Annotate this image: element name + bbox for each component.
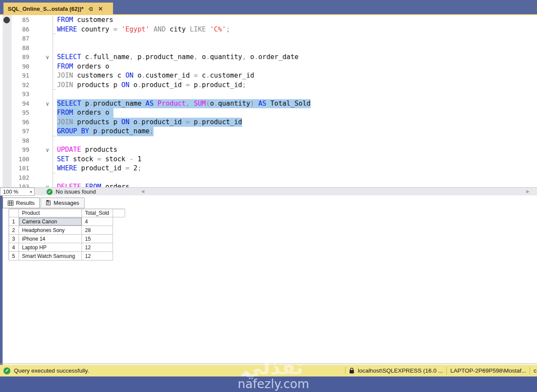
code-text: SET stock = stock - 1 [57,155,141,164]
code-line[interactable]: 88 [12,44,537,53]
collapse-margin [33,16,57,25]
grid-header-filler [113,209,125,217]
product-cell[interactable]: Camera Canon [19,217,82,226]
line-number: 92 [12,81,33,90]
scroll-right-arrow[interactable]: ▶ [526,189,530,194]
line-number: 98 [12,136,33,146]
ssms-window: SQL_Online_S...ostafa (62))* ✕ 85FROM cu… [0,0,537,392]
code-text: JOIN products p ON o.product_id = p.prod… [57,118,242,127]
close-icon[interactable]: ✕ [98,6,103,12]
row-number-cell[interactable]: 3 [9,235,19,243]
total-sold-cell[interactable]: 28 [82,226,113,235]
line-number: 91 [12,71,33,81]
collapse-chevron-icon[interactable]: ∨ [33,145,57,155]
row-number-cell[interactable]: 5 [9,252,19,260]
collapse-chevron-icon[interactable]: ∨ [33,53,57,62]
code-text: WHERE country = 'Egypt' AND city LIKE 'C… [57,25,230,34]
product-cell[interactable]: Headphones Sony [19,226,82,235]
line-number: 89 [12,53,33,62]
collapse-margin [33,90,57,99]
code-text: FROM orders o [57,108,113,118]
code-editor[interactable]: 85FROM customers86WHERE country = 'Egypt… [0,15,537,187]
total-sold-cell[interactable]: 15 [82,235,113,243]
tab-messages[interactable]: Messages [41,198,84,208]
line-number: 95 [12,108,33,118]
code-line[interactable]: 100SET stock = stock - 1 [12,155,537,164]
grid-header-rownum [9,209,19,217]
collapse-margin [33,44,57,53]
code-text: WHERE product_id = 2; [57,164,141,173]
total-sold-cell[interactable]: 4 [82,217,113,226]
line-number: 94 [12,99,33,109]
code-line[interactable]: 103∨DELETE FROM orders [12,182,537,187]
grid-icon [8,201,13,206]
collapse-margin [33,164,57,173]
row-number-cell[interactable]: 1 [9,217,19,226]
grid-header-total-sold[interactable]: Total_Sold [82,209,113,217]
zoom-level-select[interactable]: 100 % ▾ [0,188,35,196]
collapse-margin [33,108,57,118]
line-number: 101 [12,164,33,173]
status-server[interactable]: localhost\SQLEXPRESS (16.0 ... [358,367,443,374]
scroll-left-arrow[interactable]: ◀ [141,189,144,194]
watermark-arabic: نفذلي [234,354,312,380]
code-line[interactable]: 101WHERE product_id = 2; [12,164,537,173]
code-line[interactable]: 96JOIN products p ON o.product_id = p.pr… [12,118,537,127]
document-tab[interactable]: SQL_Online_S...ostafa (62))* ✕ [3,3,113,15]
results-tab-bar: Results Messages [3,198,85,208]
collapse-margin [33,173,57,183]
product-cell[interactable]: Smart Watch Samsung [19,252,82,260]
code-line[interactable]: 94∨SELECT p.product_name AS Product, SUM… [12,99,537,109]
product-cell[interactable]: Laptop HP [19,243,82,252]
total-sold-cell[interactable]: 12 [82,243,113,252]
editor-scroll-row: 100 % ▾ ✓ No issues found ◀ ▶ [0,187,537,195]
product-cell[interactable]: iPhone 14 [19,235,82,243]
code-line[interactable]: 99∨UPDATE products [12,145,537,155]
row-number-cell[interactable]: 4 [9,243,19,252]
grid-header-row: ProductTotal_Sold [9,209,125,217]
status-message-area: ✓ Query executed successfully. [0,367,89,374]
row-number-cell[interactable]: 2 [9,226,19,235]
line-number: 87 [12,34,33,44]
status-database[interactable]: c [534,367,537,374]
code-line[interactable]: 86WHERE country = 'Egypt' AND city LIKE … [12,25,537,34]
code-line[interactable]: 90FROM orders o [12,62,537,72]
collapse-chevron-icon[interactable]: ∨ [33,99,57,109]
code-text: GROUP BY p.product_name; [57,127,154,136]
tab-messages-label: Messages [53,200,79,206]
status-separator [530,367,530,374]
code-line[interactable]: 98 [12,136,537,146]
status-separator [446,367,447,374]
code-line[interactable]: 102 [12,173,537,183]
line-number: 88 [12,44,33,53]
results-grid: ProductTotal_Sold1Camera Canon42Headphon… [9,209,125,260]
breakpoint-icon[interactable] [3,17,10,23]
code-line[interactable]: 97GROUP BY p.product_name; [12,127,537,136]
document-tab-bar: SQL_Online_S...ostafa (62))* ✕ [0,0,537,15]
code-line[interactable]: 85FROM customers [12,16,537,25]
line-number: 90 [12,62,33,72]
code-line[interactable]: 95FROM orders o [12,108,537,118]
code-line[interactable]: 87 [12,34,537,44]
breakpoint-margin[interactable] [3,15,12,187]
table-row: 2Headphones Sony28 [9,226,125,235]
tab-results[interactable]: Results [3,198,40,208]
code-line[interactable]: 91JOIN customers c ON o.customer_id = c.… [12,71,537,81]
table-row: 5Smart Watch Samsung12 [9,252,125,260]
messages-icon [46,200,51,206]
pin-icon[interactable] [88,6,93,12]
code-line[interactable]: 93 [12,90,537,99]
code-text: SELECT c.full_name, p.product_name, o.qu… [57,53,298,62]
document-tab-title: SQL_Online_S...ostafa (62))* [8,6,84,12]
collapse-chevron-icon[interactable]: ∨ [33,182,57,187]
status-user[interactable]: LAPTOP-2P69P598\Mostaf... [450,367,526,374]
code-line[interactable]: 92JOIN products p ON o.product_id = p.pr… [12,81,537,90]
line-number: 96 [12,118,33,127]
total-sold-cell[interactable]: 12 [82,252,113,260]
code-line[interactable]: 89∨SELECT c.full_name, p.product_name, o… [12,53,537,62]
grid-header-product[interactable]: Product [19,209,82,217]
table-row: 1Camera Canon4 [9,217,125,226]
code-text: DELETE FROM orders [57,182,129,187]
collapse-margin [33,81,57,90]
health-indicator[interactable]: ✓ No issues found [47,188,96,196]
